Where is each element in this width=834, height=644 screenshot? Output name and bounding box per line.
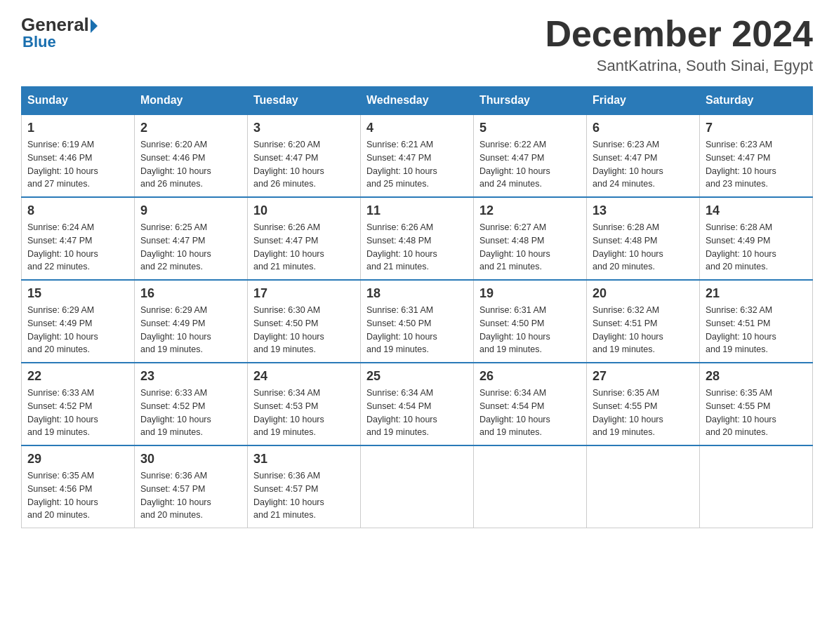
day-info: Sunrise: 6:19 AM Sunset: 4:46 PM Dayligh… bbox=[27, 138, 128, 191]
location-title: SantKatrina, South Sinai, Egypt bbox=[545, 57, 813, 75]
day-info: Sunrise: 6:21 AM Sunset: 4:47 PM Dayligh… bbox=[366, 138, 468, 191]
day-number: 26 bbox=[479, 369, 581, 384]
day-info: Sunrise: 6:34 AM Sunset: 4:53 PM Dayligh… bbox=[253, 387, 355, 439]
calendar-cell: 29 Sunrise: 6:35 AM Sunset: 4:56 PM Dayl… bbox=[22, 445, 135, 528]
day-info: Sunrise: 6:26 AM Sunset: 4:47 PM Dayligh… bbox=[253, 221, 355, 274]
day-info: Sunrise: 6:20 AM Sunset: 4:46 PM Dayligh… bbox=[140, 138, 241, 191]
day-info: Sunrise: 6:33 AM Sunset: 4:52 PM Dayligh… bbox=[27, 387, 128, 439]
day-number: 19 bbox=[479, 286, 581, 301]
day-number: 13 bbox=[593, 203, 694, 218]
logo-blue: Blue bbox=[22, 33, 56, 51]
day-info: Sunrise: 6:23 AM Sunset: 4:47 PM Dayligh… bbox=[593, 138, 694, 191]
day-info: Sunrise: 6:32 AM Sunset: 4:51 PM Dayligh… bbox=[593, 304, 694, 356]
calendar-cell: 31 Sunrise: 6:36 AM Sunset: 4:57 PM Dayl… bbox=[248, 445, 361, 528]
day-info: Sunrise: 6:23 AM Sunset: 4:47 PM Dayligh… bbox=[706, 138, 807, 191]
calendar-cell bbox=[474, 445, 587, 528]
day-info: Sunrise: 6:20 AM Sunset: 4:47 PM Dayligh… bbox=[253, 138, 355, 191]
day-info: Sunrise: 6:35 AM Sunset: 4:56 PM Dayligh… bbox=[27, 469, 128, 522]
title-section: December 2024 SantKatrina, South Sinai, … bbox=[545, 14, 813, 75]
day-number: 10 bbox=[253, 203, 355, 218]
day-number: 16 bbox=[140, 286, 241, 301]
calendar-cell: 24 Sunrise: 6:34 AM Sunset: 4:53 PM Dayl… bbox=[248, 363, 361, 445]
calendar-cell: 19 Sunrise: 6:31 AM Sunset: 4:50 PM Dayl… bbox=[474, 280, 587, 363]
day-number: 2 bbox=[140, 121, 241, 135]
calendar-table: SundayMondayTuesdayWednesdayThursdayFrid… bbox=[21, 86, 813, 528]
calendar-cell: 12 Sunrise: 6:27 AM Sunset: 4:48 PM Dayl… bbox=[474, 197, 587, 280]
day-info: Sunrise: 6:34 AM Sunset: 4:54 PM Dayligh… bbox=[479, 387, 581, 439]
day-number: 3 bbox=[253, 121, 355, 135]
day-number: 30 bbox=[140, 452, 241, 467]
day-info: Sunrise: 6:29 AM Sunset: 4:49 PM Dayligh… bbox=[27, 304, 128, 356]
day-number: 11 bbox=[366, 203, 468, 218]
calendar-cell: 10 Sunrise: 6:26 AM Sunset: 4:47 PM Dayl… bbox=[248, 197, 361, 280]
day-number: 27 bbox=[593, 369, 694, 384]
calendar-cell: 25 Sunrise: 6:34 AM Sunset: 4:54 PM Dayl… bbox=[361, 363, 474, 445]
week-row-4: 22 Sunrise: 6:33 AM Sunset: 4:52 PM Dayl… bbox=[22, 363, 813, 445]
calendar-cell: 21 Sunrise: 6:32 AM Sunset: 4:51 PM Dayl… bbox=[700, 280, 813, 363]
day-number: 24 bbox=[253, 369, 355, 384]
calendar-cell: 9 Sunrise: 6:25 AM Sunset: 4:47 PM Dayli… bbox=[135, 197, 248, 280]
day-info: Sunrise: 6:22 AM Sunset: 4:47 PM Dayligh… bbox=[479, 138, 581, 191]
calendar-cell: 20 Sunrise: 6:32 AM Sunset: 4:51 PM Dayl… bbox=[587, 280, 700, 363]
calendar-cell: 4 Sunrise: 6:21 AM Sunset: 4:47 PM Dayli… bbox=[361, 114, 474, 197]
calendar-cell: 26 Sunrise: 6:34 AM Sunset: 4:54 PM Dayl… bbox=[474, 363, 587, 445]
day-info: Sunrise: 6:30 AM Sunset: 4:50 PM Dayligh… bbox=[253, 304, 355, 356]
day-number: 14 bbox=[706, 203, 807, 218]
day-info: Sunrise: 6:36 AM Sunset: 4:57 PM Dayligh… bbox=[140, 469, 241, 522]
calendar-cell: 23 Sunrise: 6:33 AM Sunset: 4:52 PM Dayl… bbox=[135, 363, 248, 445]
day-info: Sunrise: 6:33 AM Sunset: 4:52 PM Dayligh… bbox=[140, 387, 241, 439]
calendar-cell: 27 Sunrise: 6:35 AM Sunset: 4:55 PM Dayl… bbox=[587, 363, 700, 445]
day-number: 31 bbox=[253, 452, 355, 467]
day-info: Sunrise: 6:25 AM Sunset: 4:47 PM Dayligh… bbox=[140, 221, 241, 274]
day-info: Sunrise: 6:28 AM Sunset: 4:49 PM Dayligh… bbox=[706, 221, 807, 274]
day-info: Sunrise: 6:26 AM Sunset: 4:48 PM Dayligh… bbox=[366, 221, 468, 274]
calendar-cell: 5 Sunrise: 6:22 AM Sunset: 4:47 PM Dayli… bbox=[474, 114, 587, 197]
calendar-cell: 18 Sunrise: 6:31 AM Sunset: 4:50 PM Dayl… bbox=[361, 280, 474, 363]
page-header: General Blue December 2024 SantKatrina, … bbox=[21, 14, 813, 75]
week-row-2: 8 Sunrise: 6:24 AM Sunset: 4:47 PM Dayli… bbox=[22, 197, 813, 280]
day-info: Sunrise: 6:32 AM Sunset: 4:51 PM Dayligh… bbox=[706, 304, 807, 356]
calendar-cell: 11 Sunrise: 6:26 AM Sunset: 4:48 PM Dayl… bbox=[361, 197, 474, 280]
calendar-cell: 14 Sunrise: 6:28 AM Sunset: 4:49 PM Dayl… bbox=[700, 197, 813, 280]
day-number: 28 bbox=[706, 369, 807, 384]
day-number: 1 bbox=[27, 121, 128, 135]
calendar-cell bbox=[587, 445, 700, 528]
weekday-header-thursday: Thursday bbox=[474, 87, 587, 115]
day-number: 12 bbox=[479, 203, 581, 218]
calendar-cell: 16 Sunrise: 6:29 AM Sunset: 4:49 PM Dayl… bbox=[135, 280, 248, 363]
calendar-cell: 30 Sunrise: 6:36 AM Sunset: 4:57 PM Dayl… bbox=[135, 445, 248, 528]
weekday-header-wednesday: Wednesday bbox=[361, 87, 474, 115]
week-row-1: 1 Sunrise: 6:19 AM Sunset: 4:46 PM Dayli… bbox=[22, 114, 813, 197]
weekday-header-sunday: Sunday bbox=[22, 87, 135, 115]
day-info: Sunrise: 6:31 AM Sunset: 4:50 PM Dayligh… bbox=[366, 304, 468, 356]
calendar-cell: 13 Sunrise: 6:28 AM Sunset: 4:48 PM Dayl… bbox=[587, 197, 700, 280]
week-row-5: 29 Sunrise: 6:35 AM Sunset: 4:56 PM Dayl… bbox=[22, 445, 813, 528]
day-info: Sunrise: 6:35 AM Sunset: 4:55 PM Dayligh… bbox=[593, 387, 694, 439]
logo: General Blue bbox=[21, 14, 98, 51]
calendar-cell: 22 Sunrise: 6:33 AM Sunset: 4:52 PM Dayl… bbox=[22, 363, 135, 445]
weekday-header-saturday: Saturday bbox=[700, 87, 813, 115]
weekday-header-monday: Monday bbox=[135, 87, 248, 115]
day-info: Sunrise: 6:35 AM Sunset: 4:55 PM Dayligh… bbox=[706, 387, 807, 439]
calendar-cell: 2 Sunrise: 6:20 AM Sunset: 4:46 PM Dayli… bbox=[135, 114, 248, 197]
day-info: Sunrise: 6:31 AM Sunset: 4:50 PM Dayligh… bbox=[479, 304, 581, 356]
day-number: 25 bbox=[366, 369, 468, 384]
day-number: 9 bbox=[140, 203, 241, 218]
calendar-cell: 8 Sunrise: 6:24 AM Sunset: 4:47 PM Dayli… bbox=[22, 197, 135, 280]
day-number: 22 bbox=[27, 369, 128, 384]
day-number: 23 bbox=[140, 369, 241, 384]
calendar-cell: 1 Sunrise: 6:19 AM Sunset: 4:46 PM Dayli… bbox=[22, 114, 135, 197]
day-number: 8 bbox=[27, 203, 128, 218]
month-title: December 2024 bbox=[545, 14, 813, 54]
day-number: 20 bbox=[593, 286, 694, 301]
day-info: Sunrise: 6:28 AM Sunset: 4:48 PM Dayligh… bbox=[593, 221, 694, 274]
day-info: Sunrise: 6:27 AM Sunset: 4:48 PM Dayligh… bbox=[479, 221, 581, 274]
day-info: Sunrise: 6:29 AM Sunset: 4:49 PM Dayligh… bbox=[140, 304, 241, 356]
calendar-cell bbox=[361, 445, 474, 528]
day-info: Sunrise: 6:34 AM Sunset: 4:54 PM Dayligh… bbox=[366, 387, 468, 439]
day-info: Sunrise: 6:24 AM Sunset: 4:47 PM Dayligh… bbox=[27, 221, 128, 274]
logo-arrow-icon bbox=[91, 19, 98, 33]
weekday-header-row: SundayMondayTuesdayWednesdayThursdayFrid… bbox=[22, 87, 813, 115]
week-row-3: 15 Sunrise: 6:29 AM Sunset: 4:49 PM Dayl… bbox=[22, 280, 813, 363]
day-number: 5 bbox=[479, 121, 581, 135]
